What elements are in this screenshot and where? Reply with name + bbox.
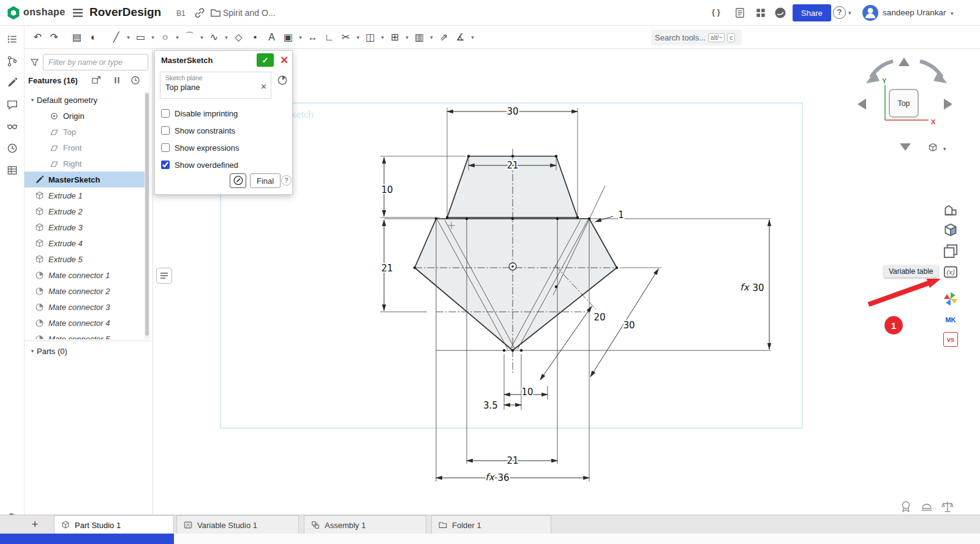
tab-folder-1[interactable]: Folder 1	[431, 515, 551, 534]
link-icon[interactable]	[194, 7, 206, 19]
view-left-arrow[interactable]	[858, 99, 866, 110]
edit-pencil-icon[interactable]	[6, 77, 18, 89]
view-cube[interactable]: Top Y X ▾	[851, 53, 962, 157]
properties-table-icon[interactable]	[6, 164, 18, 176]
arc-caret-icon[interactable]: ▾	[198, 34, 206, 40]
show-constraints-checkbox[interactable]	[161, 126, 170, 135]
angle-tool-icon[interactable]: ∡	[452, 29, 469, 45]
history-icon[interactable]	[6, 142, 18, 154]
redo-icon[interactable]: ↷	[46, 29, 62, 45]
polygon-tool-icon[interactable]: ◇	[230, 29, 247, 45]
appearance-icon[interactable]: ◐	[85, 29, 102, 45]
sheet-icon[interactable]: ▤	[69, 29, 85, 45]
tree-item-top-plane[interactable]: Top	[24, 124, 145, 140]
option-disable-imprinting[interactable]: Disable imprinting	[161, 105, 287, 122]
trim-tool-icon[interactable]: ✂	[337, 29, 354, 45]
tree-item-right-plane[interactable]: Right	[24, 156, 145, 172]
follow-glasses-icon[interactable]	[6, 120, 18, 132]
point-tool-icon[interactable]: •	[247, 29, 263, 45]
parts-section-header[interactable]: ▾Parts (0)	[24, 343, 153, 359]
filter-input[interactable]	[43, 54, 148, 70]
image-tool-icon[interactable]: ▥	[411, 29, 428, 45]
chevron-down-icon[interactable]: ▾	[28, 97, 37, 103]
tree-item-mate-connector-2[interactable]: Mate connector 2	[24, 283, 145, 299]
scale-icon[interactable]	[941, 500, 954, 513]
tree-item-mate-connector-1[interactable]: Mate connector 1	[24, 267, 145, 283]
tab-part-studio-1[interactable]: Part Studio 1	[54, 515, 174, 534]
filter-funnel-icon[interactable]	[29, 57, 40, 67]
view-cube-label[interactable]: Top	[897, 99, 910, 108]
insert-feature-icon[interactable]	[91, 75, 102, 86]
dialog-help-icon[interactable]: ?	[281, 175, 292, 186]
chevron-down-icon[interactable]: ▾	[28, 348, 37, 354]
help-icon[interactable]: ?	[833, 6, 846, 19]
arc-tool-icon[interactable]: ⌒	[181, 29, 198, 45]
tree-item-extrude-5[interactable]: Extrude 5	[24, 251, 145, 267]
trim-caret-icon[interactable]: ▾	[354, 34, 362, 40]
spline-caret-icon[interactable]: ▾	[222, 34, 230, 40]
circle-caret-icon[interactable]: ▾	[173, 34, 181, 40]
pause-icon[interactable]	[111, 75, 123, 86]
bom-house-icon[interactable]	[942, 201, 959, 218]
cloud-icon[interactable]	[920, 500, 933, 513]
tab-variable-studio-1[interactable]: Variable Studio 1	[176, 515, 299, 534]
pattern-caret-icon[interactable]: ▾	[403, 34, 411, 40]
onshape-logo-icon[interactable]	[6, 6, 21, 20]
disable-imprinting-checkbox[interactable]	[161, 109, 170, 118]
help-caret-icon[interactable]: ▾	[848, 10, 851, 16]
measure-tool-icon[interactable]: ⇗	[435, 29, 452, 45]
circle-tool-icon[interactable]: ○	[157, 29, 173, 45]
hexagon-profile[interactable]	[415, 219, 617, 350]
tree-item-mate-connector-4[interactable]: Mate connector 4	[24, 315, 145, 331]
dimension-tool-icon[interactable]: ↔	[304, 29, 321, 45]
breadcrumb[interactable]: Spirit and O...	[223, 8, 276, 18]
stamp-icon[interactable]	[899, 500, 913, 513]
featurescript-icon[interactable]: { }	[712, 7, 720, 17]
versions-branch-icon[interactable]	[6, 55, 18, 67]
part-cube-icon[interactable]	[942, 222, 959, 239]
tree-item-mate-connector-5[interactable]: Mate connector 5	[24, 331, 145, 339]
tree-item-origin[interactable]: Origin	[24, 108, 145, 124]
view-down-arrow[interactable]	[900, 143, 911, 151]
text-tool-icon[interactable]: A	[263, 29, 280, 45]
feature-list-flyout-button[interactable]	[156, 268, 172, 284]
angle-caret-icon[interactable]: ▾	[469, 34, 477, 40]
tree-item-front-plane[interactable]: Front	[24, 140, 145, 156]
show-overdefined-checkbox[interactable]	[161, 161, 170, 169]
new-tab-button[interactable]: +	[27, 517, 43, 532]
report-icon[interactable]	[734, 7, 746, 19]
tree-scrollbar-thumb[interactable]	[145, 93, 149, 336]
avatar[interactable]	[862, 5, 878, 21]
sketch-plane-field[interactable]: Sketch plane Top plane ✕	[160, 72, 271, 99]
sketch-mode-button[interactable]	[230, 173, 246, 188]
mirror-tool-icon[interactable]: ◫	[362, 29, 379, 45]
undo-icon[interactable]: ↶	[29, 29, 46, 45]
show-expressions-checkbox[interactable]	[161, 143, 170, 152]
cancel-x-button[interactable]: ✕	[277, 53, 292, 67]
fillet-tool-icon[interactable]: ∟	[321, 29, 337, 45]
final-button[interactable]: Final	[250, 173, 281, 188]
tree-item-default-geometry[interactable]: ▾Default geometry	[24, 92, 145, 108]
line-tool-icon[interactable]: ╱	[108, 29, 124, 45]
rollback-clock-icon[interactable]	[130, 75, 141, 86]
view-up-arrow[interactable]	[899, 58, 910, 66]
slot-caret-icon[interactable]: ▾	[296, 34, 304, 40]
tree-item-extrude-1[interactable]: Extrude 1	[24, 187, 145, 203]
tree-item-extrude-2[interactable]: Extrude 2	[24, 203, 145, 219]
copies-icon[interactable]	[942, 243, 959, 260]
search-tools-field[interactable]: Search tools... alt/~ c	[651, 29, 742, 45]
tab-assembly-1[interactable]: Assembly 1	[304, 515, 426, 534]
user-name[interactable]: sandeep Urankar	[883, 8, 946, 17]
tree-item-extrude-3[interactable]: Extrude 3	[24, 219, 145, 235]
origin-marker[interactable]	[509, 263, 516, 270]
community-icon[interactable]	[774, 7, 786, 19]
option-show-constraints[interactable]: Show constraints	[161, 122, 287, 139]
rectangle-tool-icon[interactable]: ▭	[132, 29, 149, 45]
user-caret-icon[interactable]: ▾	[951, 10, 954, 17]
spline-tool-icon[interactable]: ∿	[206, 29, 222, 45]
option-show-expressions[interactable]: Show expressions	[161, 139, 287, 156]
isometric-cube-icon[interactable]	[930, 144, 937, 151]
sketch-geometry[interactable]	[380, 108, 771, 482]
feature-list-icon[interactable]	[6, 33, 18, 45]
share-button[interactable]: Share	[793, 4, 831, 21]
